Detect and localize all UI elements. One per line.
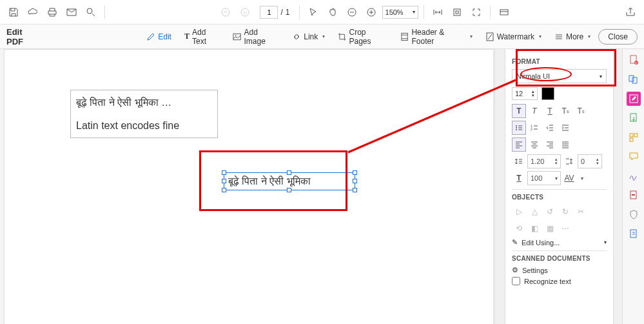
- resize-handle-br[interactable]: [353, 188, 357, 192]
- rail-create-pdf-icon[interactable]: +: [627, 53, 641, 67]
- arrange-button[interactable]: ◧: [527, 221, 542, 236]
- zoom-out-icon[interactable]: [344, 4, 360, 21]
- rail-comment-icon[interactable]: [627, 150, 641, 164]
- resize-handle-ml[interactable]: [222, 179, 226, 183]
- page-down-icon[interactable]: [237, 4, 253, 21]
- underline-button[interactable]: T: [543, 104, 557, 118]
- outdent-button[interactable]: [543, 121, 557, 135]
- para-spacing-icon: [562, 154, 576, 168]
- search-icon[interactable]: [83, 4, 99, 21]
- email-icon[interactable]: [63, 4, 80, 21]
- page-up-icon[interactable]: [217, 4, 234, 21]
- font-color-swatch[interactable]: [542, 87, 554, 100]
- add-image-button[interactable]: Add Image: [228, 25, 284, 48]
- rotate-cw-button[interactable]: ↻: [558, 205, 572, 219]
- indent-button[interactable]: [558, 121, 572, 135]
- align-right-button[interactable]: [543, 137, 557, 152]
- rail-sign-icon[interactable]: [627, 169, 641, 183]
- crop-button[interactable]: Crop Pages: [333, 25, 393, 48]
- rail-combine-icon[interactable]: [627, 72, 641, 86]
- add-text-button[interactable]: TAdd Text: [179, 25, 225, 48]
- link-button[interactable]: Link: [287, 30, 330, 44]
- number-list-button[interactable]: 12: [527, 121, 542, 135]
- rail-compress-icon[interactable]: [627, 227, 641, 241]
- hand-icon[interactable]: [324, 4, 341, 21]
- align-left-button[interactable]: [512, 137, 526, 152]
- frame1-line2: Latin text encodes fine: [76, 117, 212, 134]
- resize-handle-tl[interactable]: [222, 170, 226, 175]
- superscript-button[interactable]: Ts: [558, 104, 572, 118]
- horiz-scale-input[interactable]: 100▾: [527, 171, 561, 185]
- svg-text:2: 2: [531, 127, 532, 131]
- replace-img-button[interactable]: ⟲: [512, 221, 526, 236]
- header-footer-button[interactable]: Header & Footer: [395, 25, 477, 48]
- text-frame-1[interactable]: बूढ़े पिता ने ऐसी भूमिका … Latin text en…: [70, 90, 218, 138]
- document-area[interactable]: बूढ़े पिता ने ऐसी भूमिका … Latin text en…: [0, 49, 494, 324]
- resize-handle-tr[interactable]: [353, 170, 357, 175]
- recognize-checkbox[interactable]: [512, 277, 520, 285]
- font-size-input[interactable]: 12▴▾: [512, 87, 538, 100]
- read-mode-icon[interactable]: [496, 4, 512, 21]
- svg-rect-9: [454, 9, 460, 15]
- right-tool-rail: +: [622, 49, 644, 324]
- svg-line-1: [92, 14, 95, 16]
- close-button[interactable]: Close: [598, 29, 638, 45]
- char-spacing-icon: AV: [562, 171, 576, 185]
- char-spacing-dropdown[interactable]: ▾: [578, 171, 587, 185]
- watermark-button[interactable]: Watermark: [480, 30, 547, 44]
- rail-organize-icon[interactable]: [627, 130, 641, 145]
- cloud-icon[interactable]: [24, 4, 41, 21]
- resize-handle-bm[interactable]: [287, 188, 291, 192]
- format-panel: FORMAT Nirmala UI▾ 12▴▾ T T T Ts Ts 12 1: [505, 49, 613, 324]
- panel-scrollbar[interactable]: [613, 49, 622, 324]
- rail-protect-icon[interactable]: [627, 208, 641, 222]
- frame1-line1: बूढ़े पिता ने ऐसी भूमिका …: [76, 94, 212, 111]
- svg-point-2: [222, 8, 229, 16]
- settings-button[interactable]: ⚙ Settings: [512, 266, 607, 274]
- save-icon[interactable]: [5, 4, 22, 21]
- edit-button[interactable]: Edit: [141, 30, 177, 44]
- resize-handle-bl[interactable]: [222, 188, 226, 192]
- font-family-select[interactable]: Nirmala UI▾: [512, 69, 607, 83]
- doc-scrollbar[interactable]: [494, 49, 505, 324]
- svg-point-23: [516, 125, 517, 127]
- line-spacing-input[interactable]: 1.20▴▾: [527, 154, 561, 168]
- rail-edit-pdf-icon[interactable]: [627, 92, 641, 106]
- resize-handle-mr[interactable]: [353, 179, 357, 183]
- para-spacing-input[interactable]: 0▴▾: [578, 154, 602, 168]
- svg-rect-63: [629, 76, 634, 81]
- document-page[interactable]: बूढ़े पिता ने ऐसी भूमिका … Latin text en…: [4, 49, 494, 324]
- align-obj-button[interactable]: ▦: [543, 221, 557, 236]
- flip-h-button[interactable]: ▷: [512, 205, 526, 219]
- align-center-button[interactable]: [527, 137, 542, 152]
- flip-v-button[interactable]: △: [527, 205, 542, 219]
- pointer-icon[interactable]: [305, 4, 322, 21]
- subscript-button[interactable]: Ts: [574, 104, 588, 118]
- main-area: बूढ़े पिता ने ऐसी भूमिका … Latin text en…: [0, 49, 644, 324]
- resize-handle-tm[interactable]: [287, 170, 291, 175]
- fullscreen-icon[interactable]: [468, 4, 485, 21]
- bold-button[interactable]: T: [512, 104, 526, 118]
- more-obj-button[interactable]: ⋯: [558, 221, 572, 236]
- print-icon[interactable]: [44, 4, 61, 21]
- rotate-ccw-button[interactable]: ↺: [543, 205, 557, 219]
- fit-page-icon[interactable]: [449, 4, 465, 21]
- selected-text-frame[interactable]: बूढ़े पिता ने ऐसी भूमिका: [224, 172, 355, 190]
- share-icon[interactable]: [622, 4, 639, 21]
- fit-width-icon[interactable]: [429, 4, 446, 21]
- align-justify-button[interactable]: [558, 137, 572, 152]
- svg-rect-68: [634, 134, 638, 137]
- edit-using-button[interactable]: ✎ Edit Using... ▾: [512, 238, 607, 247]
- rail-redact-icon[interactable]: [627, 188, 641, 203]
- italic-button[interactable]: T: [527, 104, 542, 118]
- bullet-list-button[interactable]: [512, 121, 526, 135]
- svg-rect-64: [632, 77, 637, 83]
- zoom-in-icon[interactable]: [363, 4, 380, 21]
- more-button[interactable]: More: [549, 30, 596, 44]
- svg-point-24: [516, 127, 517, 128]
- zoom-select[interactable]: 150%▾: [382, 6, 418, 19]
- rail-export-icon[interactable]: [627, 111, 641, 125]
- page-current-input[interactable]: [260, 6, 278, 19]
- crop-obj-button[interactable]: ✂: [574, 205, 588, 219]
- svg-rect-67: [630, 134, 633, 137]
